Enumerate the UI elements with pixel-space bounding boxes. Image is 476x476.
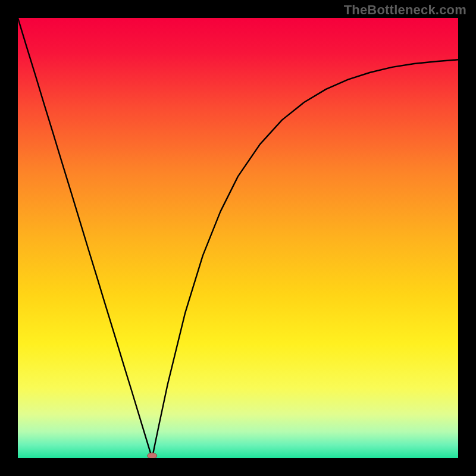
- gradient-background: [18, 18, 458, 458]
- watermark-text: TheBottleneck.com: [344, 2, 466, 18]
- minimum-marker: [148, 453, 157, 458]
- chart-frame: TheBottleneck.com: [0, 0, 476, 476]
- plot-area: [18, 18, 458, 458]
- plot-svg: [18, 18, 458, 458]
